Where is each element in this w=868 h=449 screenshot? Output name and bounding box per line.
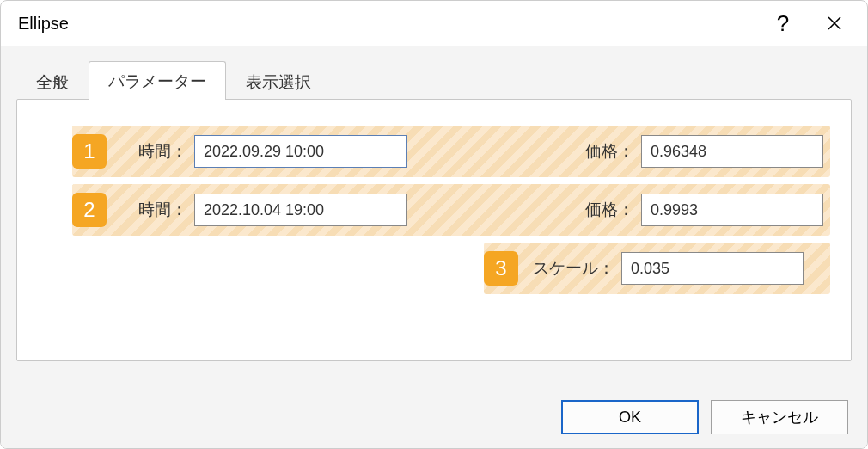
badge-3: 3 [484, 251, 518, 286]
cancel-button[interactable]: キャンセル [711, 400, 848, 434]
tab-body: 1 時間： 価格： 2 時間： 価格： 3 スケ [16, 99, 852, 361]
content-area: 全般 パラメーター 表示選択 1 時間： 価格： 2 時間： 価格： [1, 46, 867, 449]
titlebar: Ellipse ? [1, 1, 867, 46]
time-label-1: 時間： [127, 140, 187, 163]
help-button[interactable]: ? [757, 1, 809, 46]
tab-strip: 全般 パラメーター 表示選択 [16, 58, 852, 99]
price-input-1[interactable] [641, 135, 823, 168]
price-input-2[interactable] [641, 194, 823, 226]
badge-1: 1 [72, 134, 107, 169]
tab-parameters[interactable]: パラメーター [89, 61, 226, 100]
close-button[interactable] [809, 1, 860, 46]
price-label-2: 価格： [574, 199, 634, 221]
scale-label: スケール： [529, 257, 614, 280]
badge-2: 2 [72, 193, 107, 227]
close-icon [827, 15, 842, 31]
help-icon: ? [777, 10, 789, 37]
time-input-2[interactable] [194, 194, 407, 226]
window-title: Ellipse [18, 14, 757, 34]
dialog-footer: OK キャンセル [561, 400, 848, 434]
ok-button[interactable]: OK [561, 400, 699, 434]
time-label-2: 時間： [127, 199, 187, 221]
price-label-1: 価格： [574, 140, 634, 163]
scale-input[interactable] [621, 252, 804, 285]
param-row-1: 1 時間： 価格： [72, 126, 830, 177]
time-input-1[interactable] [194, 135, 407, 168]
tab-display[interactable]: 表示選択 [226, 60, 331, 99]
param-row-3: 3 スケール： [484, 243, 830, 294]
param-row-2: 2 時間： 価格： [72, 184, 830, 236]
tab-general[interactable]: 全般 [16, 60, 89, 99]
